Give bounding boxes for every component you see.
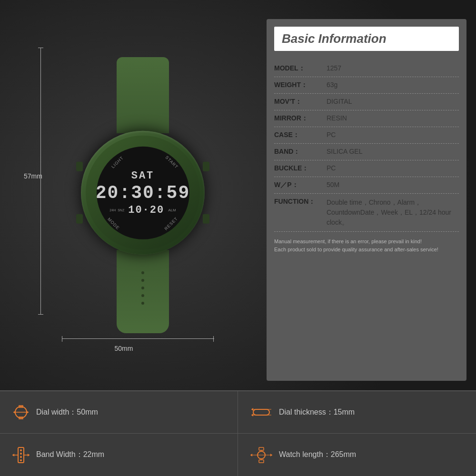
info-row-model: MODEL： 1257 xyxy=(274,60,459,77)
watch-button-light xyxy=(76,162,83,171)
info-row-function: FUNCTION： Double time，Chrono，Alarm，Count… xyxy=(274,194,459,232)
spec-dial-width-label: Dial width：50mm xyxy=(36,407,98,417)
value-weight: 63g xyxy=(327,81,459,89)
svg-rect-6 xyxy=(253,409,269,415)
watch-strap-bottom xyxy=(117,250,169,333)
watch-length-icon xyxy=(249,446,273,464)
label-movt: MOV'T： xyxy=(274,98,327,106)
label-model: MODEL： xyxy=(274,64,327,73)
label-function: FUNCTION： xyxy=(274,198,327,206)
height-dimension-line xyxy=(40,48,41,314)
info-row-band: BAND： SILICA GEL xyxy=(274,144,459,160)
spec-dial-thickness-label: Dial thickness：15mm xyxy=(279,407,355,417)
info-title: Basic Information xyxy=(282,31,387,46)
watch-section: 57mm 50mm xyxy=(10,10,257,381)
svg-marker-15 xyxy=(28,454,30,456)
svg-marker-25 xyxy=(270,454,272,456)
info-row-wp: W／P： 50M xyxy=(274,177,459,194)
watch-screen: LIGHT START MODE RESET SAT 20:30:59 24H xyxy=(97,146,189,239)
spec-dial-thickness: Dial thickness：15mm xyxy=(238,391,476,434)
value-case: PC xyxy=(327,131,459,139)
svg-point-17 xyxy=(20,453,22,455)
watch-case: LIGHT START MODE RESET SAT 20:30:59 24H xyxy=(81,131,205,255)
info-row-buckle: BUCKLE： PC xyxy=(274,160,459,177)
svg-rect-21 xyxy=(259,447,264,450)
watch-bezel: LIGHT START MODE RESET SAT 20:30:59 24H xyxy=(86,136,200,250)
spec-band-width: Band Width：22mm xyxy=(0,434,238,476)
info-row-case: CASE： PC xyxy=(274,127,459,144)
strap-hole xyxy=(141,279,144,282)
width-tick-left xyxy=(62,336,62,342)
svg-point-16 xyxy=(20,449,22,451)
svg-point-19 xyxy=(20,459,22,461)
info-note: Manual measurement, if there is an error… xyxy=(274,238,459,253)
band-width-icon xyxy=(11,446,30,464)
label-light: LIGHT xyxy=(110,155,124,169)
value-function: Double time，Chrono，Alarm，CountdownDate，W… xyxy=(327,198,459,228)
label-case: CASE： xyxy=(274,131,327,139)
dial-thickness-icon xyxy=(249,404,273,421)
spec-band-width-label: Band Width：22mm xyxy=(36,450,104,460)
info-title-box: Basic Information xyxy=(274,27,459,51)
height-arrow-bottom xyxy=(38,314,43,315)
strap-hole xyxy=(141,302,144,305)
value-movt: DIGITAL xyxy=(327,98,459,105)
value-mirror: RESIN xyxy=(327,114,459,122)
value-buckle: PC xyxy=(327,164,459,172)
watch-button-reset xyxy=(203,214,209,224)
value-band: SILICA GEL xyxy=(327,148,459,155)
info-row-weight: WEIGHT： 63g xyxy=(274,77,459,94)
height-arrow-top xyxy=(38,48,43,48)
svg-marker-2 xyxy=(13,411,15,414)
height-label: 57mm xyxy=(24,172,42,180)
watch-image: LIGHT START MODE RESET SAT 20:30:59 24H xyxy=(52,57,233,333)
dial-width-icon xyxy=(11,404,30,421)
value-wp: 50M xyxy=(327,181,459,188)
watch-strap-top xyxy=(117,57,169,133)
svg-point-18 xyxy=(20,456,22,458)
width-label: 50mm xyxy=(115,345,133,352)
strap-holes xyxy=(141,271,144,305)
watch-button-mode xyxy=(76,214,83,224)
info-row-mirror: MIRROR： RESIN xyxy=(274,110,459,127)
svg-marker-14 xyxy=(12,454,14,456)
info-card: Basic Information MODEL： 1257 WEIGHT： 63… xyxy=(267,19,466,381)
label-band: BAND： xyxy=(274,148,327,156)
spec-dial-width: Dial width：50mm xyxy=(0,391,238,434)
spec-watch-length-label: Watch length：265mm xyxy=(279,450,356,460)
value-model: 1257 xyxy=(327,64,459,72)
specs-bar: Dial width：50mm Dial thickness：15mm xyxy=(0,390,476,476)
strap-hole xyxy=(141,271,144,274)
label-wp: W／P： xyxy=(274,181,327,189)
width-dimension-line xyxy=(62,338,214,339)
svg-marker-9 xyxy=(251,408,253,411)
info-row-movt: MOV'T： DIGITAL xyxy=(274,94,459,110)
label-mirror: MIRROR： xyxy=(274,114,327,123)
strap-hole xyxy=(141,294,144,297)
svg-marker-3 xyxy=(27,411,29,414)
width-tick-right xyxy=(213,336,214,342)
main-content: 57mm 50mm xyxy=(0,0,476,390)
svg-rect-22 xyxy=(259,460,264,463)
label-reset: RESET xyxy=(164,216,179,231)
label-start: START xyxy=(164,155,179,169)
svg-marker-24 xyxy=(250,454,252,456)
label-mode: MODE xyxy=(107,217,120,230)
svg-marker-10 xyxy=(251,414,253,416)
label-weight: WEIGHT： xyxy=(274,81,327,89)
watch-button-start xyxy=(203,162,209,171)
strap-hole xyxy=(141,287,144,289)
label-buckle: BUCKLE： xyxy=(274,164,327,173)
spec-watch-length: Watch length：265mm xyxy=(238,434,476,476)
screen-labels: LIGHT START MODE RESET xyxy=(97,146,189,239)
